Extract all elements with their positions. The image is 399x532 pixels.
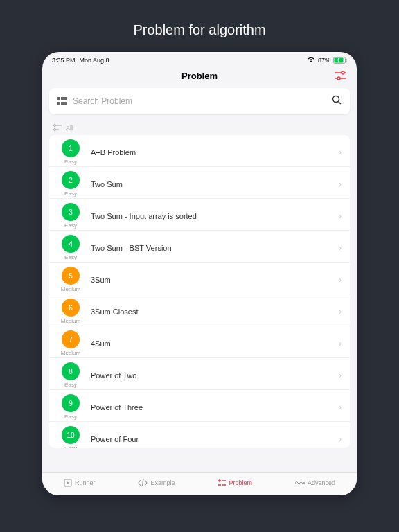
filter-icon[interactable] <box>335 71 347 83</box>
svg-rect-7 <box>57 97 60 100</box>
problem-number-badge: 5 <box>62 267 80 285</box>
problem-title: Power of Three <box>91 403 339 411</box>
svg-rect-8 <box>61 97 64 100</box>
status-date: Mon Aug 8 <box>80 57 109 64</box>
problem-title: 4Sum <box>91 339 339 348</box>
problem-title: Two Sum <box>91 180 339 188</box>
promo-title: Problem for algorithm <box>0 0 399 52</box>
tab-label: Example <box>150 479 175 486</box>
problem-title: Power of Two <box>91 371 339 380</box>
svg-point-26 <box>303 482 305 484</box>
sort-icon <box>53 124 62 132</box>
problem-number-badge: 4 <box>62 235 80 253</box>
problem-number-badge: 9 <box>62 394 80 412</box>
problem-title: 3Sum <box>91 276 339 284</box>
svg-rect-11 <box>61 102 64 105</box>
problem-row[interactable]: 8 Easy Power of Two › <box>49 358 350 390</box>
status-bar: 3:35 PM Mon Aug 8 87% <box>42 52 357 65</box>
problem-number-badge: 8 <box>62 362 80 380</box>
chevron-right-icon: › <box>339 179 342 189</box>
header: Problem <box>42 65 357 88</box>
chevron-right-icon: › <box>339 307 342 317</box>
wifi-icon <box>307 56 315 64</box>
tab-runner[interactable]: Runner <box>64 479 96 487</box>
page-title: Problem <box>42 71 357 81</box>
problem-row[interactable]: 10 Easy Power of Four › <box>49 422 350 448</box>
problem-number-badge: 7 <box>62 330 80 348</box>
search-input[interactable] <box>73 96 332 106</box>
problem-title: Two Sum - Input array is sorted <box>91 212 339 220</box>
problem-row[interactable]: 9 Easy Power of Three › <box>49 390 350 422</box>
svg-rect-2 <box>346 59 347 62</box>
section-label: All <box>66 125 73 132</box>
section-header[interactable]: All <box>42 121 357 135</box>
problem-row[interactable]: 2 Easy Two Sum › <box>49 167 350 199</box>
problem-title: 3Sum Closest <box>91 308 339 316</box>
ipad-frame: 3:35 PM Mon Aug 8 87% Problem <box>42 52 357 495</box>
difficulty-label: Medium <box>61 318 80 324</box>
tab-example[interactable]: Example <box>138 479 175 487</box>
problem-row[interactable]: 7 Medium 4Sum › <box>49 326 350 358</box>
difficulty-label: Easy <box>64 414 77 420</box>
problem-number-badge: 2 <box>62 171 80 189</box>
problem-row[interactable]: 3 Easy Two Sum - Input array is sorted › <box>49 199 350 231</box>
code-icon <box>138 479 148 486</box>
problem-row[interactable]: 5 Medium 3Sum › <box>49 263 350 294</box>
search-box[interactable] <box>49 88 350 114</box>
problem-title: Power of Four <box>91 435 339 443</box>
tab-label: Advanced <box>308 479 335 486</box>
problem-icon <box>218 479 226 487</box>
tab-label: Runner <box>75 479 96 486</box>
svg-line-14 <box>339 102 342 105</box>
problem-number-badge: 3 <box>62 203 80 221</box>
problem-row[interactable]: 4 Easy Two Sum - BST Version › <box>49 231 350 263</box>
status-time: 3:35 PM <box>52 57 76 64</box>
chevron-right-icon: › <box>339 434 342 444</box>
battery-icon <box>333 57 347 64</box>
search-icon[interactable] <box>332 95 342 107</box>
chevron-right-icon: › <box>339 275 342 285</box>
svg-rect-9 <box>64 97 67 100</box>
difficulty-label: Easy <box>64 222 77 229</box>
difficulty-label: Medium <box>61 286 80 292</box>
svg-rect-12 <box>64 102 67 105</box>
chevron-right-icon: › <box>339 339 342 348</box>
chevron-right-icon: › <box>339 148 342 157</box>
svg-rect-10 <box>57 102 60 105</box>
problem-number-badge: 6 <box>62 299 80 317</box>
problem-row[interactable]: 6 Medium 3Sum Closest › <box>49 294 350 326</box>
tab-problem[interactable]: Problem <box>218 479 252 487</box>
svg-point-6 <box>337 77 340 80</box>
svg-point-17 <box>54 129 56 131</box>
problem-list: 1 Easy A+B Problem › 2 Easy Two Sum › 3 … <box>49 135 350 448</box>
difficulty-label: Easy <box>64 190 77 197</box>
difficulty-label: Easy <box>64 254 77 260</box>
chevron-right-icon: › <box>339 371 342 380</box>
problem-title: A+B Problem <box>91 148 339 157</box>
difficulty-label: Easy <box>64 382 77 388</box>
battery-percent: 87% <box>318 57 330 64</box>
tab-advanced[interactable]: Advanced <box>295 479 335 487</box>
problem-row[interactable]: 1 Easy A+B Problem › <box>49 135 350 167</box>
tab-label: Problem <box>229 479 252 486</box>
search-container <box>42 88 357 121</box>
chevron-right-icon: › <box>339 402 342 412</box>
svg-point-25 <box>295 482 296 484</box>
difficulty-label: Easy <box>64 159 77 165</box>
problem-number-badge: 1 <box>62 139 80 157</box>
svg-point-15 <box>54 125 56 127</box>
tab-bar: Runner Example Problem Advanced <box>42 472 357 495</box>
difficulty-label: Easy <box>64 445 77 448</box>
chevron-right-icon: › <box>339 243 342 253</box>
runner-icon <box>64 479 72 487</box>
problem-title: Two Sum - BST Version <box>91 244 339 252</box>
advanced-icon <box>295 479 305 486</box>
grid-icon <box>57 97 67 105</box>
svg-point-13 <box>333 96 339 103</box>
difficulty-label: Medium <box>61 350 80 356</box>
chevron-right-icon: › <box>339 211 342 221</box>
problem-number-badge: 10 <box>62 426 80 444</box>
svg-point-4 <box>342 71 344 74</box>
